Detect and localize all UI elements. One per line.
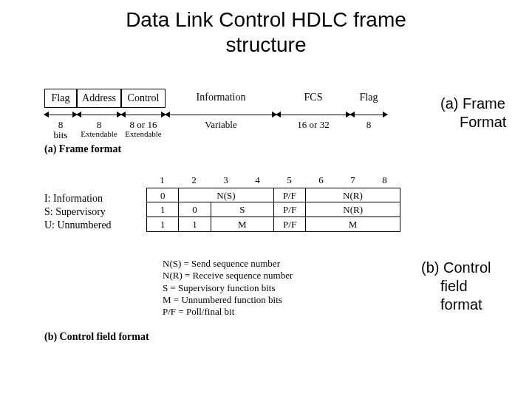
annotation-a-line2: Format [440,114,506,130]
bit-number-row: 1 2 3 4 5 6 7 8 [146,173,400,188]
u-frame-row: 1 1 M P/F M [146,217,400,232]
bit-num-4: 4 [242,173,273,188]
dim-label: Variable [166,120,276,130]
frame-cell-control: Control [121,89,166,108]
dim-extra-ext: Extendable [121,130,166,139]
field-glossary: N(S) = Send sequence number N(R) = Recei… [163,258,293,318]
ns-field: N(S) [178,188,273,202]
pf-field: P/F [273,217,305,232]
frame-type-legend: I: Information S: Supervisory U: Unnumbe… [44,192,112,233]
bit2: 1 [178,217,210,232]
dim-label: 16 or 32 [276,120,350,130]
dim-extra-bits: bits [44,130,77,140]
bit-num-6: 6 [305,173,337,188]
title-line-2: structure [226,33,307,56]
frame-cell-address: Address [77,89,121,108]
bit-num-1: 1 [146,173,178,188]
bit-num-8: 8 [369,173,400,188]
slide-title: Data Link Control HDLC frame structure [0,0,532,60]
m-field-2: M [305,217,400,232]
annotation-a: (a) Frame Format [440,95,506,132]
glossary-s: S = Supervisory function bits [163,282,293,294]
title-line-1: Data Link Control HDLC frame [126,8,406,31]
annotation-b-line2: field [421,278,468,294]
frame-cell-flag-start: Flag [44,89,77,108]
dim-flag-start: 8 bits [44,111,77,140]
bit-num-7: 7 [337,173,369,188]
dim-label: 8 [350,120,387,130]
glossary-nr: N(R) = Receive sequence number [163,270,293,282]
bit-num-5: 5 [273,173,305,188]
nr-field: N(R) [305,202,400,217]
dim-label: 8 or 16 [121,120,166,130]
dim-control: 8 or 16 Extendable [121,111,166,138]
pf-field: P/F [273,202,305,217]
frame-format-row: Flag Address Control Information FCS Fla… [44,89,436,111]
bit2: 0 [178,202,210,217]
glossary-ns: N(S) = Send sequence number [163,258,293,270]
annotation-b-line3: format [421,296,482,313]
bit1: 1 [146,217,178,232]
dim-label: 8 [77,120,121,130]
caption-b: (b) Control field format [44,331,149,343]
nr-field: N(R) [305,188,400,202]
legend-s: S: Supervisory [44,205,112,219]
i-frame-row: 0 N(S) P/F N(R) [146,188,400,202]
dim-label: 8 [44,120,77,130]
bit1: 0 [146,188,178,202]
caption-a: (a) Frame format [44,143,436,155]
legend-i: I: Information [44,192,112,205]
frame-cell-information: Information [166,89,276,108]
bit-num-2: 2 [178,173,210,188]
control-field-table: 1 2 3 4 5 6 7 8 0 N(S) P/F N(R) 1 0 S [146,173,400,232]
bit1: 1 [146,202,178,217]
s-frame-row: 1 0 S P/F N(R) [146,202,400,217]
dim-fcs: 16 or 32 [276,111,350,130]
frame-cell-flag-end: Flag [350,89,387,108]
dim-information: Variable [166,111,276,130]
annotation-a-line1: (a) Frame [440,95,505,112]
s-field: S [211,202,274,217]
frame-dimensions-row: 8 bits 8 Extendable 8 or 16 Extendable V… [44,111,436,140]
m-field-1: M [211,217,274,232]
dim-flag-end: 8 [350,111,387,130]
hdlc-diagram: Flag Address Control Information FCS Fla… [44,89,436,173]
annotation-b-line1: (b) Control [421,259,491,276]
dim-extra-ext: Extendable [77,130,121,139]
frame-cell-fcs: FCS [276,89,350,108]
caption-b-wrap: (b) Control field format [44,328,149,343]
dim-address: 8 Extendable [77,111,121,138]
annotation-b: (b) Control field format [421,259,491,314]
legend-u: U: Unnumbered [44,219,112,232]
bit-num-3: 3 [210,173,242,188]
glossary-pf: P/F = Poll/final bit [163,306,293,318]
glossary-m: M = Unnumbered function bits [163,294,293,306]
pf-field: P/F [273,188,305,202]
